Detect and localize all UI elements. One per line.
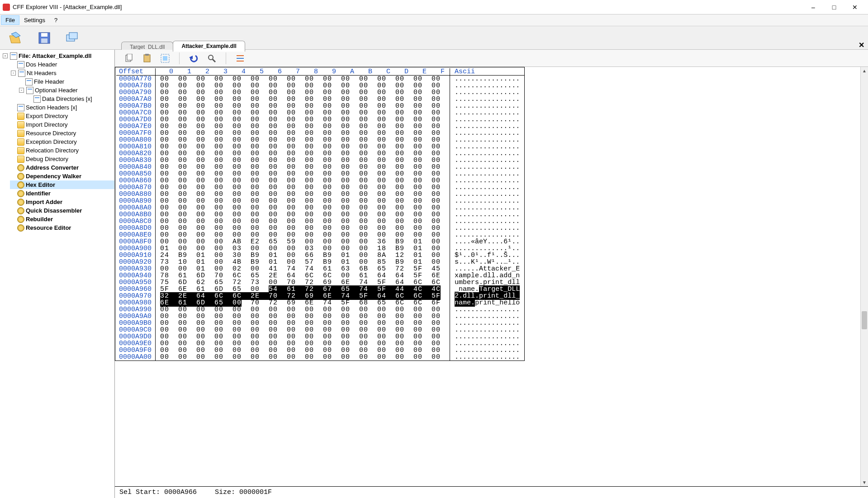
hex-row[interactable]: 0000A8A000 00 00 00 00 00 00 00 00 00 00…	[116, 204, 524, 211]
header-hex-columns: 0 1 2 3 4 5 6 7 8 9 A B C D E F	[156, 68, 450, 76]
scroll-thumb[interactable]	[862, 311, 867, 329]
hex-viewer[interactable]: Offset 0 1 2 3 4 5 6 7 8 9 A B C D E F A…	[115, 67, 868, 486]
hex-row[interactable]: 0000A82000 00 00 00 00 00 00 00 00 00 00…	[116, 150, 524, 157]
scroll-up-icon[interactable]: ▲	[861, 67, 868, 75]
maximize-button[interactable]: □	[824, 0, 844, 14]
save-icon[interactable]	[36, 30, 52, 46]
hex-row[interactable]: 0000A9F000 00 00 00 00 00 00 00 00 00 00…	[116, 347, 524, 354]
hex-row[interactable]: 0000A87000 00 00 00 00 00 00 00 00 00 00…	[116, 184, 524, 191]
hex-row[interactable]: 0000A9C000 00 00 00 00 00 00 00 00 00 00…	[116, 327, 524, 333]
svg-rect-4	[41, 38, 47, 43]
hex-row[interactable]: 0000A8D000 00 00 00 00 00 00 00 00 00 00…	[116, 225, 524, 232]
tree-resource-editor[interactable]: Resource Editor	[10, 223, 114, 232]
tree-root[interactable]: -File: Attacker_Example.dll	[2, 52, 114, 60]
hex-row[interactable]: 0000A9B000 00 00 00 00 00 00 00 00 00 00…	[116, 320, 524, 327]
svg-point-14	[209, 55, 213, 60]
hex-row[interactable]: 0000A86000 00 00 00 00 00 00 00 00 00 00…	[116, 177, 524, 184]
hex-row[interactable]: 0000A92073 10 01 00 4B B9 01 00 57 B9 01…	[116, 259, 524, 266]
svg-rect-3	[41, 33, 47, 37]
tree-import-directory[interactable]: Import Directory	[10, 120, 114, 129]
scroll-down-icon[interactable]: ▼	[861, 479, 868, 486]
minimize-button[interactable]: –	[803, 0, 824, 14]
tree-optional-header[interactable]: -Optional Header	[18, 86, 114, 95]
hex-row[interactable]: 0000A78000 00 00 00 00 00 00 00 00 00 00…	[116, 82, 524, 89]
hex-row[interactable]: 0000A77000 00 00 00 00 00 00 00 00 00 00…	[116, 76, 524, 83]
hex-row[interactable]: 0000A99000 00 00 00 00 00 00 00 00 00 00…	[116, 306, 524, 313]
hex-row[interactable]: 0000A7A000 00 00 00 00 00 00 00 00 00 00…	[116, 96, 524, 103]
select-all-icon[interactable]	[159, 52, 171, 64]
tree-exception-directory[interactable]: Exception Directory	[10, 138, 114, 146]
tree-export-directory[interactable]: Export Directory	[10, 112, 114, 120]
hex-row[interactable]: 0000A9E000 00 00 00 00 00 00 00 00 00 00…	[116, 340, 524, 347]
hex-row[interactable]: 0000A7C000 00 00 00 00 00 00 00 00 00 00…	[116, 109, 524, 116]
tree-debug-directory[interactable]: Debug Directory	[10, 155, 114, 163]
hex-row[interactable]: 0000A9605F 6E 61 6D 65 00 54 61 72 67 65…	[116, 286, 524, 293]
hex-row[interactable]: 0000A95075 6D 62 65 72 73 00 70 72 69 6E…	[116, 279, 524, 286]
svg-rect-12	[163, 56, 167, 61]
tree-dependency-walker[interactable]: Dependency Walker	[10, 172, 114, 180]
tree-address-converter[interactable]: Address Converter	[10, 163, 114, 172]
tree-hex-editor[interactable]: Hex Editor	[10, 180, 114, 189]
hex-row[interactable]: 0000A88000 00 00 00 00 00 00 00 00 00 00…	[116, 191, 524, 198]
tree-file-header[interactable]: File Header	[18, 77, 114, 86]
tree-section-headers[interactable]: Section Headers [x]	[10, 103, 114, 112]
cascade-icon[interactable]	[64, 30, 81, 46]
status-bar: Sel Start: 0000A966 Size: 0000001F	[115, 486, 868, 498]
hex-row[interactable]: 0000A8B000 00 00 00 00 00 00 00 00 00 00…	[116, 211, 524, 218]
tree-data-directories[interactable]: Data Directories [x]	[26, 95, 114, 103]
menu-file[interactable]: File	[1, 15, 19, 25]
tree-resource-directory[interactable]: Resource Directory	[10, 129, 114, 138]
close-button[interactable]: ✕	[844, 0, 865, 14]
app-icon	[3, 4, 10, 11]
hex-row[interactable]: 0000A90001 00 00 00 03 00 00 00 03 00 00…	[116, 245, 524, 252]
hex-row[interactable]: 0000A83000 00 00 00 00 00 00 00 00 00 00…	[116, 157, 524, 164]
options-icon[interactable]	[234, 52, 246, 64]
hex-toolbar	[115, 50, 868, 67]
hex-row[interactable]: 0000A97032 2E 64 6C 6C 2E 70 72 69 6E 74…	[116, 293, 524, 299]
hex-row[interactable]: 0000A7D000 00 00 00 00 00 00 00 00 00 00…	[116, 116, 524, 123]
hex-row[interactable]: 0000A7E000 00 00 00 00 00 00 00 00 00 00…	[116, 123, 524, 130]
tab-attacker-example[interactable]: Attacker_Example.dll	[173, 41, 245, 52]
hex-row[interactable]: 0000A89000 00 00 00 00 00 00 00 00 00 00…	[116, 198, 524, 204]
tree-identifier[interactable]: Identifier	[10, 189, 114, 198]
hex-row[interactable]: 0000A7F000 00 00 00 00 00 00 00 00 00 00…	[116, 130, 524, 137]
hex-row[interactable]: 0000A7B000 00 00 00 00 00 00 00 00 00 00…	[116, 103, 524, 109]
hex-row[interactable]: 0000A8C000 00 00 00 00 00 00 00 00 00 00…	[116, 218, 524, 225]
copy-icon[interactable]	[123, 52, 135, 64]
tree-panel[interactable]: -File: Attacker_Example.dll Dos Header -…	[0, 50, 115, 498]
tree-quick-disassembler[interactable]: Quick Disassembler	[10, 206, 114, 215]
menu-settings[interactable]: Settings	[19, 15, 50, 25]
hex-row[interactable]: 0000A9D000 00 00 00 00 00 00 00 00 00 00…	[116, 333, 524, 340]
hex-row[interactable]: 0000A85000 00 00 00 00 00 00 00 00 00 00…	[116, 171, 524, 177]
hex-row[interactable]: 0000A81000 00 00 00 00 00 00 00 00 00 00…	[116, 143, 524, 150]
hex-row[interactable]: 0000A80000 00 00 00 00 00 00 00 00 00 00…	[116, 137, 524, 143]
hex-row[interactable]: 0000A84000 00 00 00 00 00 00 00 00 00 00…	[116, 164, 524, 171]
svg-line-15	[213, 59, 215, 62]
tree-rebuilder[interactable]: Rebuilder	[10, 215, 114, 223]
window-title: CFF Explorer VIII - [Attacker_Example.dl…	[13, 4, 803, 10]
menu-help[interactable]: ?	[50, 15, 62, 25]
hex-row[interactable]: 0000A9A000 00 00 00 00 00 00 00 00 00 00…	[116, 313, 524, 320]
close-tab-icon[interactable]: ✕	[859, 41, 864, 49]
hex-row[interactable]: 0000A8F000 00 00 00 AB E2 65 59 00 00 00…	[116, 238, 524, 245]
main-toolbar-row: Target_DLL.dll Attacker_Example.dll ✕	[0, 26, 868, 50]
hex-row[interactable]: 0000A93000 00 01 00 02 00 41 74 74 61 63…	[116, 266, 524, 272]
paste-icon[interactable]	[141, 52, 153, 64]
hex-row[interactable]: 0000A91024 B9 01 00 30 B9 01 00 66 B9 01…	[116, 252, 524, 259]
vertical-scrollbar[interactable]: ▲ ▼	[860, 67, 868, 486]
hex-row[interactable]: 0000A9806E 61 6D 65 00 70 72 69 6E 74 5F…	[116, 299, 524, 306]
open-icon[interactable]	[8, 30, 24, 46]
tree-import-adder[interactable]: Import Adder	[10, 198, 114, 206]
tree-relocation-directory[interactable]: Relocation Directory	[10, 146, 114, 155]
hex-row[interactable]: 0000AA0000 00 00 00 00 00 00 00 00 00 00…	[116, 354, 524, 360]
tree-dos-header[interactable]: Dos Header	[10, 60, 114, 69]
hex-row[interactable]: 0000A94078 61 6D 70 6C 65 2E 64 6C 6C 00…	[116, 272, 524, 279]
tree-nt-headers[interactable]: -Nt Headers	[10, 69, 114, 77]
svg-rect-9	[144, 55, 150, 62]
hex-row[interactable]: 0000A8E000 00 00 00 00 00 00 00 00 00 00…	[116, 232, 524, 238]
title-bar: CFF Explorer VIII - [Attacker_Example.dl…	[0, 0, 868, 14]
undo-icon[interactable]	[188, 52, 199, 64]
hex-row[interactable]: 0000A79000 00 00 00 00 00 00 00 00 00 00…	[116, 89, 524, 96]
tab-bar: Target_DLL.dll Attacker_Example.dll ✕	[115, 26, 868, 49]
find-icon[interactable]	[206, 52, 218, 64]
